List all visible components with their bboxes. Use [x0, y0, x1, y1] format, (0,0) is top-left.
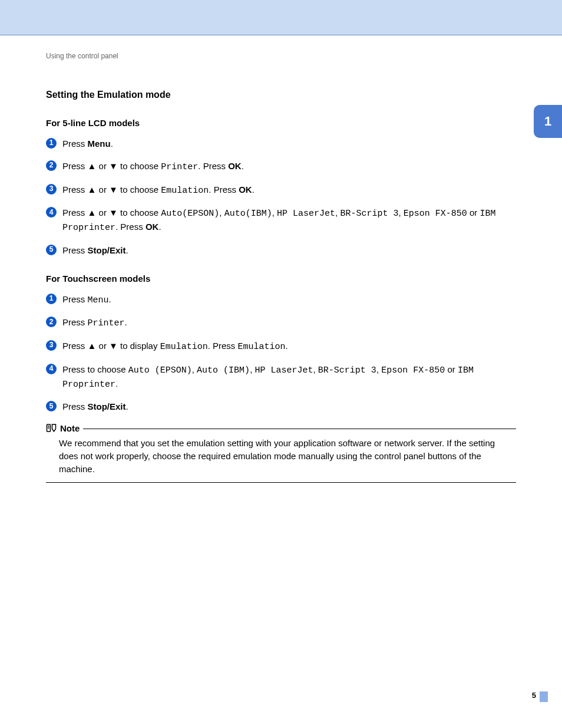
step-item: 4Press to choose Auto (EPSON), Auto (IBM… [46, 363, 516, 391]
step-number-bullet: 5 [46, 401, 57, 411]
step-number-bullet: 3 [46, 184, 57, 195]
step-number-bullet: 3 [46, 340, 57, 351]
note-body: We recommend that you set the emulation … [46, 433, 516, 482]
step-item: 4Press ▲ or ▼ to choose Auto(EPSON), Aut… [46, 206, 516, 235]
step-item: 2Press ▲ or ▼ to choose Printer. Press O… [46, 160, 516, 174]
sub-heading: For Touchscreen models [46, 274, 516, 284]
step-item: 3Press ▲ or ▼ to choose Emulation. Press… [46, 183, 516, 197]
note-top-rule [83, 429, 516, 429]
step-text: Press Stop/Exit. [62, 244, 516, 257]
step-number-bullet: 4 [46, 207, 57, 218]
step-text: Press Stop/Exit. [62, 400, 516, 413]
step-text: Press Menu. [62, 293, 516, 307]
step-item: 3Press ▲ or ▼ to display Emulation. Pres… [46, 340, 516, 354]
top-band [0, 0, 562, 35]
page-number: 5 [532, 691, 536, 700]
step-item: 1Press Menu. [46, 137, 516, 150]
step-number-bullet: 1 [46, 138, 57, 149]
step-item: 5Press Stop/Exit. [46, 244, 516, 257]
page-content: Using the control panel Setting the Emul… [0, 35, 562, 483]
breadcrumb: Using the control panel [46, 52, 516, 60]
note-label: Note [60, 423, 80, 433]
step-number-bullet: 5 [46, 245, 57, 255]
page-number-bar [540, 691, 548, 702]
step-text: Press ▲ or ▼ to choose Auto(EPSON), Auto… [62, 206, 516, 235]
section-title: Setting the Emulation mode [46, 90, 516, 100]
step-text: Press ▲ or ▼ to display Emulation. Press… [62, 340, 516, 354]
step-number-bullet: 4 [46, 364, 57, 374]
step-number-bullet: 2 [46, 317, 57, 327]
step-number-bullet: 2 [46, 160, 57, 171]
step-item: 1Press Menu. [46, 293, 516, 307]
step-number-bullet: 1 [46, 294, 57, 304]
step-text: Press ▲ or ▼ to choose Emulation. Press … [62, 183, 516, 197]
step-text: Press ▲ or ▼ to choose Printer. Press OK… [62, 160, 516, 174]
step-text: Press Menu. [62, 137, 516, 150]
sub-heading: For 5-line LCD models [46, 118, 516, 128]
step-text: Press to choose Auto (EPSON), Auto (IBM)… [62, 363, 516, 391]
step-text: Press Printer. [62, 316, 516, 330]
note-pencil-icon [46, 423, 57, 433]
note-block: Note We recommend that you set the emula… [46, 423, 516, 483]
note-bottom-rule [46, 482, 516, 483]
step-item: 2Press Printer. [46, 316, 516, 330]
step-item: 5Press Stop/Exit. [46, 400, 516, 413]
